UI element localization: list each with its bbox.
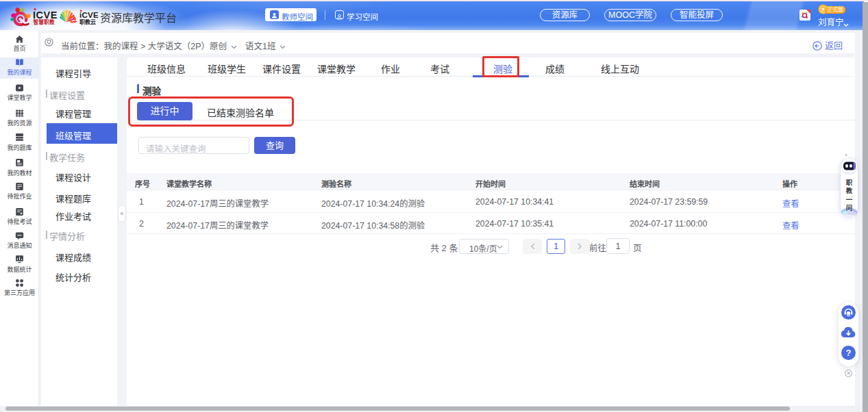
svg-text:iCVE: iCVE: [79, 11, 99, 19]
svg-text:智慧职教: 智慧职教: [34, 18, 55, 25]
svg-text:?: ?: [846, 348, 852, 358]
svg-text:职教云: 职教云: [79, 18, 96, 25]
